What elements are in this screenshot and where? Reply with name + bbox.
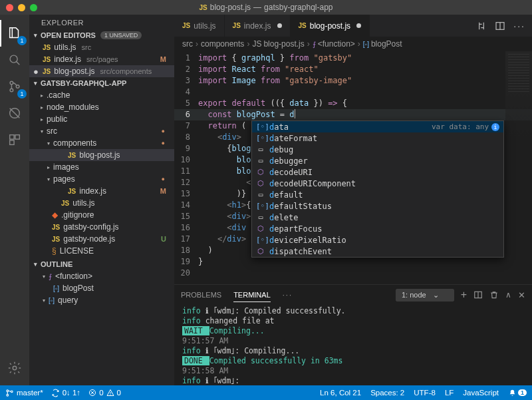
code-line[interactable]: export default (({ data }) => { bbox=[198, 98, 532, 109]
activity-explorer[interactable]: 1 bbox=[0, 20, 29, 47]
folder-row[interactable]: ▸public bbox=[29, 113, 174, 125]
problems-status[interactable]: 0 0 bbox=[88, 389, 121, 397]
cursor-position[interactable]: Ln 6, Col 21 bbox=[320, 389, 361, 397]
panel-tab-problems[interactable]: PROBLEMS bbox=[181, 288, 221, 301]
outline-item[interactable]: [◦]blogPost bbox=[29, 282, 174, 294]
minimize-window-button[interactable] bbox=[18, 4, 25, 11]
folder-row[interactable]: ▾components● bbox=[29, 137, 174, 149]
suggest-item[interactable]: [◦]dateFormat bbox=[252, 132, 503, 144]
breadcrumb-segment[interactable]: src bbox=[182, 39, 193, 49]
editor-tab[interactable]: JSindex.js bbox=[225, 15, 291, 37]
open-editor-item[interactable]: ●JSblog-post.jssrc/components bbox=[29, 65, 174, 77]
code-line[interactable] bbox=[198, 87, 532, 98]
activity-search[interactable] bbox=[0, 47, 29, 73]
folder-row[interactable]: ▸.cache bbox=[29, 89, 174, 101]
file-row[interactable]: JSgatsby-node.jsU bbox=[29, 233, 174, 245]
indentation-status[interactable]: Spaces: 2 bbox=[370, 389, 404, 397]
kill-terminal-icon[interactable] bbox=[489, 290, 499, 300]
editor-tab[interactable]: JSblog-post.js bbox=[291, 15, 370, 37]
chevron-right-icon: › bbox=[307, 39, 310, 49]
info-icon[interactable]: i bbox=[491, 123, 499, 131]
breadcrumbs[interactable]: src›components›JSblog-post.js›⨍<function… bbox=[174, 37, 532, 51]
code-editor[interactable]: 1234567891011121314151617181920 import {… bbox=[174, 51, 532, 284]
suggest-label: data bbox=[269, 122, 289, 132]
file-row[interactable]: JSgatsby-config.js bbox=[29, 221, 174, 233]
new-terminal-icon[interactable]: + bbox=[461, 289, 467, 301]
suggest-item[interactable]: ⬡decodeURI bbox=[252, 166, 503, 178]
terminal-select[interactable]: 1: node ⌄ bbox=[396, 289, 454, 301]
open-editor-item[interactable]: JSutils.jssrc bbox=[29, 41, 174, 53]
outline-item[interactable]: ▾⨍<function> bbox=[29, 270, 174, 282]
suggest-item[interactable]: [◦]defaultStatus bbox=[252, 200, 503, 212]
code-line[interactable]: import { graphql } from "gatsby" bbox=[198, 53, 532, 64]
line-number: 10 bbox=[174, 154, 198, 166]
folder-row[interactable]: ▾src● bbox=[29, 125, 174, 137]
file-row[interactable]: JSutils.js bbox=[29, 197, 174, 209]
terminal-output[interactable]: info ℹ ｢wdm｣: Compiled successfully.info… bbox=[174, 305, 532, 385]
folder-row[interactable]: ▸images bbox=[29, 161, 174, 173]
breadcrumb-segment[interactable]: components bbox=[201, 39, 244, 49]
suggest-item[interactable]: ⬡dispatchEvent bbox=[252, 246, 503, 257]
code-line[interactable]: const blogPost = d bbox=[198, 109, 532, 120]
dirty-indicator-icon bbox=[277, 23, 282, 28]
open-editors-header[interactable]: ▾ OPEN EDITORS 1 UNSAVED bbox=[29, 29, 174, 41]
outline-item[interactable]: ▾[◦]query bbox=[29, 294, 174, 306]
code-line[interactable]: import React from "react" bbox=[198, 64, 532, 75]
activity-settings[interactable] bbox=[0, 355, 29, 381]
split-editor-icon[interactable] bbox=[495, 21, 505, 31]
file-row[interactable]: JSblog-post.js bbox=[29, 149, 174, 161]
code-line[interactable]: } bbox=[198, 256, 532, 268]
suggest-item[interactable]: ⬡decodeURIComponent bbox=[252, 178, 503, 189]
line-number: 4 bbox=[174, 87, 198, 98]
file-row[interactable]: §LICENSE bbox=[29, 245, 174, 257]
suggest-item[interactable]: ▭debug bbox=[252, 144, 503, 155]
more-actions-icon[interactable]: ··· bbox=[513, 21, 525, 31]
breadcrumb-segment[interactable]: [◦]blogPost bbox=[363, 39, 402, 49]
folder-row[interactable]: ▾pages● bbox=[29, 173, 174, 185]
maximize-panel-icon[interactable]: ∧ bbox=[505, 290, 511, 300]
error-icon bbox=[88, 389, 96, 397]
project-header[interactable]: ▾ GATSBY-GRAPHQL-APP bbox=[29, 77, 174, 89]
activity-debug[interactable] bbox=[0, 100, 29, 126]
language-status[interactable]: JavaScript bbox=[463, 389, 499, 397]
sync-status[interactable]: 0↓ 1↑ bbox=[51, 389, 81, 397]
file-row[interactable]: JSindex.jsM bbox=[29, 185, 174, 197]
zoom-window-button[interactable] bbox=[30, 4, 37, 11]
suggest-kind-icon: [◦] bbox=[256, 122, 265, 131]
breadcrumb-segment[interactable]: JSblog-post.js bbox=[252, 39, 304, 49]
panel-more-icon[interactable]: ··· bbox=[283, 291, 293, 299]
code-line[interactable]: import Image from "gatsby-image" bbox=[198, 75, 532, 87]
eol-status[interactable]: LF bbox=[445, 389, 454, 397]
suggest-kind-icon: ▭ bbox=[256, 213, 265, 222]
code-line[interactable] bbox=[198, 268, 532, 279]
breadcrumb-segment[interactable]: ⨍<function> bbox=[313, 39, 355, 49]
encoding-status[interactable]: UTF-8 bbox=[414, 389, 436, 397]
suggest-item[interactable]: [◦]datavar data: any i bbox=[252, 121, 503, 132]
javascript-file-icon: JS bbox=[61, 200, 69, 207]
close-panel-icon[interactable]: ✕ bbox=[518, 290, 525, 300]
project-name: GATSBY-GRAPHQL-APP bbox=[41, 79, 126, 87]
intellisense-popup[interactable]: [◦]datavar data: any i[◦]dateFormat▭debu… bbox=[251, 120, 504, 258]
split-terminal-icon[interactable] bbox=[473, 290, 483, 300]
suggest-item[interactable]: ▭debugger bbox=[252, 155, 503, 166]
activity-scm[interactable]: 1 bbox=[0, 73, 29, 100]
svg-point-3 bbox=[10, 89, 13, 92]
outline-header[interactable]: ▾ OUTLINE bbox=[29, 258, 174, 270]
suggest-item[interactable]: ▭default bbox=[252, 189, 503, 200]
chevron-right-icon: ▸ bbox=[39, 116, 45, 122]
file-row[interactable]: ◆.gitignore bbox=[29, 209, 174, 221]
suggest-item[interactable]: ⬡departFocus bbox=[252, 223, 503, 234]
minimap[interactable] bbox=[505, 51, 532, 284]
folder-row[interactable]: ▸node_modules bbox=[29, 101, 174, 113]
compare-changes-icon[interactable] bbox=[476, 21, 487, 31]
notifications-status[interactable]: 1 bbox=[508, 389, 527, 397]
panel-tab-terminal[interactable]: TERMINAL bbox=[233, 288, 271, 302]
open-editor-item[interactable]: JSindex.jssrc/pagesM bbox=[29, 53, 174, 65]
suggest-item[interactable]: ▭delete bbox=[252, 212, 503, 223]
editor-tab[interactable]: JSutils.js bbox=[174, 15, 225, 37]
close-window-button[interactable] bbox=[6, 4, 13, 11]
suggest-item[interactable]: [◦]devicePixelRatio bbox=[252, 234, 503, 246]
line-number: 14 bbox=[174, 200, 198, 211]
activity-extensions[interactable] bbox=[0, 126, 29, 153]
branch-status[interactable]: master* bbox=[5, 389, 43, 397]
